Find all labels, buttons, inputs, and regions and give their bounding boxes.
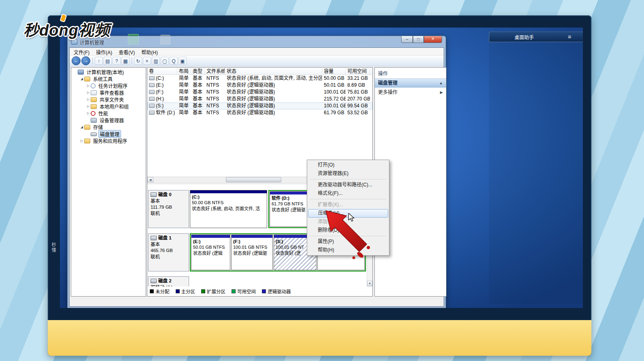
back-icon[interactable]: ← xyxy=(72,56,81,65)
disk-name-text: 磁盘 0 xyxy=(158,192,172,198)
partition-label: (E:) xyxy=(193,239,228,244)
more-actions-item[interactable]: 更多操作 ▶ xyxy=(375,88,446,97)
volume-row[interactable]: 软件 (D:)简单基本NTFS状态良好 (逻辑驱动器)61.79 GB53.52… xyxy=(147,109,372,116)
legend-color-swatch xyxy=(232,289,236,293)
sidebar-item-local-users-groups[interactable]: ▷本地用户和组 xyxy=(71,103,146,110)
column-header-3[interactable]: 文件系统 xyxy=(205,68,225,75)
disk-label[interactable]: 磁盘 2可移动 (J:) xyxy=(148,276,189,286)
hamburger-menu-icon[interactable]: ≡ xyxy=(568,34,571,40)
volume-row[interactable]: (C:)简单基本NTFS状态良好 (系统, 启动, 页面文件, 活动, 主分区)… xyxy=(147,75,372,82)
partition-size: 50.00 GB NTFS xyxy=(192,200,265,205)
sidebar-item-disk-management[interactable]: 磁盘管理 xyxy=(71,130,146,137)
expander-icon[interactable]: ▷ xyxy=(86,91,91,94)
menubar-file[interactable]: 文件(F) xyxy=(70,48,93,56)
tree-item-label: 事件查看器 xyxy=(98,89,125,96)
partition-c[interactable]: (C:)50.00 GB NTFS状态良好 (系统, 启动, 页面文件, 活 xyxy=(190,190,267,228)
legend-color-swatch xyxy=(201,289,205,293)
column-header-1[interactable]: 布局 xyxy=(177,68,191,75)
open-folder-icon[interactable]: ▢ xyxy=(161,57,169,65)
column-header-4[interactable]: 状态 xyxy=(225,68,322,75)
menu-item-open[interactable]: 打开(O) xyxy=(308,161,388,169)
sidebar-item-computer-management[interactable]: 计算机管理(本地) xyxy=(71,68,146,75)
disk-name-text: 磁盘 2 xyxy=(158,278,172,284)
up-one-level-icon[interactable]: ↑ xyxy=(95,57,103,65)
tree-item-label: 存储 xyxy=(92,124,104,130)
sidebar-item-shared-folders[interactable]: ▷共享文件夹 xyxy=(71,96,146,103)
actions-section-disk-management[interactable]: 磁盘管理 ▲ xyxy=(375,79,446,88)
window-titlebar[interactable]: 计算机管理 – □ × xyxy=(68,36,446,47)
toolbar-separator xyxy=(92,57,93,64)
actions-section-label: 磁盘管理 xyxy=(378,79,397,87)
expander-icon[interactable]: ◢ xyxy=(79,77,84,81)
menu-item-format[interactable]: 格式化(F)... xyxy=(308,189,388,198)
expander-icon[interactable]: ◢ xyxy=(79,125,84,129)
partition-f[interactable]: (F:)100.01 GB NTFS状态良好 (逻辑驱 xyxy=(231,235,273,270)
volume-row[interactable]: (E:)简单基本NTFS状态良好 (逻辑驱动器)50.01 GB8.69 GB xyxy=(147,82,372,89)
expander-icon[interactable]: ▷ xyxy=(86,105,91,108)
partition-status: 状态良好 (系统, 启动, 页面文件, 活 xyxy=(192,206,265,211)
forward-icon[interactable]: → xyxy=(81,56,90,65)
legend-label: 可用空间 xyxy=(237,288,256,295)
volume-row[interactable]: (H:)简单基本NTFS状态良好 (逻辑驱动器)215.72 GB207.70 … xyxy=(147,96,372,103)
menu-item-change-drive-letter[interactable]: 更改驱动器号和路径(C)... xyxy=(308,181,388,189)
toolbar: ←→↑▤?▦↻×▥▢Q▣ xyxy=(70,56,444,66)
column-header-0[interactable]: 卷 xyxy=(147,68,177,75)
volume-icon xyxy=(149,111,155,115)
sidebar-item-event-viewer[interactable]: ▷事件查看器 xyxy=(71,89,146,96)
menubar-help[interactable]: 帮助(H) xyxy=(138,48,161,56)
refresh-icon[interactable]: ↻ xyxy=(134,57,142,65)
disk-info-line: 基本 xyxy=(151,198,187,205)
sidebar-item-storage[interactable]: ◢存储 xyxy=(71,124,146,130)
partition-status: 状态良好 (逻辑 xyxy=(193,250,228,256)
expander-icon[interactable]: ▷ xyxy=(86,111,91,115)
red-arrow-annotation xyxy=(312,205,376,265)
collapse-icon[interactable]: ▲ xyxy=(439,79,443,87)
partition-e[interactable]: (E:)50.01 GB NTFS状态良好 (逻辑 xyxy=(191,235,230,270)
column-header-6[interactable]: 可用空间 xyxy=(346,68,370,75)
volume-table: (C:)简单基本NTFS状态良好 (系统, 启动, 页面文件, 活动, 主分区)… xyxy=(147,75,372,116)
sidebar-item-task-scheduler[interactable]: ▷任务计划程序 xyxy=(71,82,146,89)
menu-item-explorer[interactable]: 资源管理器(E) xyxy=(308,169,388,178)
sidebar-item-system-tools[interactable]: ◢系统工具 xyxy=(71,75,146,82)
legend-item: 主分区 xyxy=(176,288,196,295)
export-list-icon[interactable]: ▦ xyxy=(121,57,130,65)
legend-color-swatch xyxy=(262,289,266,293)
toolbar-separator xyxy=(132,57,132,64)
partition-label: (C:) xyxy=(192,194,265,200)
maximize-button[interactable]: □ xyxy=(413,36,424,43)
monitor-bezel-strip xyxy=(48,320,591,356)
menubar-action[interactable]: 操作(A) xyxy=(93,48,115,56)
volume-row[interactable]: (F:)简单基本NTFS状态良好 (逻辑驱动器)100.01 GB75.81 G… xyxy=(147,89,372,96)
partition-status: 状态良好 (逻辑驱 xyxy=(233,250,271,256)
scroll-down-button[interactable]: ▼ xyxy=(367,281,372,286)
column-header-2[interactable]: 类型 xyxy=(191,68,205,75)
scroll-left-button[interactable]: ◀ xyxy=(147,177,153,182)
screenshot-stage: 桌面助手 ≡ 计算机管理 – □ × 文件(F)操作(A)查看(V)帮助(H) … xyxy=(0,0,644,361)
help-icon[interactable]: ? xyxy=(113,57,121,65)
disk-label[interactable]: 磁盘 1基本465.76 GB联机 xyxy=(148,233,189,271)
tree-item-label: 共享文件夹 xyxy=(98,96,125,103)
delete-icon[interactable]: × xyxy=(143,57,151,65)
volume-icon xyxy=(149,76,155,80)
minimize-button[interactable]: – xyxy=(401,36,413,43)
properties-icon[interactable]: ▥ xyxy=(152,57,160,65)
scroll-thumb[interactable] xyxy=(226,177,281,182)
sidebar-item-performance[interactable]: ▷性能 xyxy=(71,110,146,117)
expander-icon[interactable]: ▷ xyxy=(86,84,91,88)
close-button[interactable]: × xyxy=(424,36,442,43)
disk-icon xyxy=(91,132,97,136)
legend-item: 逻辑驱动器 xyxy=(262,288,291,295)
console-tree-icon[interactable]: ▤ xyxy=(104,57,112,65)
magnifier-icon[interactable]: Q xyxy=(170,57,178,65)
sidebar-item-services-applications[interactable]: ▷服务和应用程序 xyxy=(71,137,146,144)
computer-icon[interactable]: ▣ xyxy=(179,57,187,65)
expander-icon[interactable]: ▷ xyxy=(79,139,84,143)
sidebar-item-device-manager[interactable]: 设备管理器 xyxy=(71,117,146,124)
tree-item-label: 服务和应用程序 xyxy=(92,137,128,144)
expander-icon[interactable]: ▷ xyxy=(86,98,91,101)
disk-label[interactable]: 磁盘 0基本111.79 GB联机 xyxy=(148,190,189,228)
menubar-view[interactable]: 查看(V) xyxy=(115,48,138,56)
desktop-assistant-bar[interactable]: 桌面助手 ≡ xyxy=(489,32,583,42)
volume-row[interactable]: (S:)简单基本NTFS状态良好 (逻辑驱动器)100.01 GB99.54 G… xyxy=(147,103,372,109)
column-header-5[interactable]: 容量 xyxy=(322,68,346,75)
